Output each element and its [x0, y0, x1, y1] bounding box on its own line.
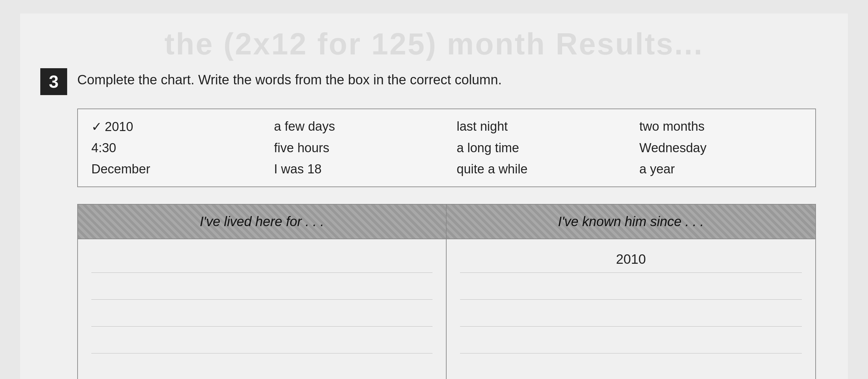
question-number: 3: [40, 68, 67, 95]
word-item-430: 4:30: [91, 141, 254, 155]
chart-col2-row-3[interactable]: [460, 300, 802, 327]
chart-col1-row-5[interactable]: [91, 353, 433, 379]
word-item-five-hours: five hours: [274, 141, 436, 155]
word-item-2010: 2010: [91, 119, 254, 134]
chart-col1: [78, 239, 446, 379]
chart-col1-row-2[interactable]: [91, 273, 433, 300]
background-text: the (2x12 for 125) month Results...: [40, 27, 828, 61]
word-item-two-months: two months: [639, 119, 802, 134]
word-item-quite-a-while: quite a while: [457, 162, 619, 176]
chart-col2-row-5[interactable]: [460, 353, 802, 379]
chart-col1-header: I've lived here for . . .: [78, 205, 446, 239]
word-item-i-was-18: I was 18: [274, 162, 436, 176]
chart-col2-row-4[interactable]: [460, 327, 802, 353]
word-box: 2010 a few days last night two months 4:…: [77, 109, 816, 187]
chart-col1-row-1[interactable]: [91, 246, 433, 273]
word-item-december: December: [91, 162, 254, 176]
chart-col1-row-3[interactable]: [91, 300, 433, 327]
page: the (2x12 for 125) month Results... 3 Co…: [20, 13, 848, 379]
chart-body: 2010: [78, 239, 815, 379]
word-item-a-long-time: a long time: [457, 141, 619, 155]
chart-col1-row-4[interactable]: [91, 327, 433, 353]
word-item-wednesday: Wednesday: [639, 141, 802, 155]
answer-chart: I've lived here for . . . I've known him…: [77, 204, 816, 379]
word-item-few-days: a few days: [274, 119, 436, 134]
chart-col2: 2010: [446, 239, 815, 379]
chart-col2-header: I've known him since . . .: [446, 205, 815, 239]
word-item-a-year: a year: [639, 162, 802, 176]
chart-col2-row-1[interactable]: 2010: [460, 246, 802, 273]
word-item-last-night: last night: [457, 119, 619, 134]
chart-header: I've lived here for . . . I've known him…: [78, 205, 815, 239]
question-header: 3 Complete the chart. Write the words fr…: [40, 68, 828, 95]
question-instruction: Complete the chart. Write the words from…: [77, 68, 502, 87]
chart-col2-row-2[interactable]: [460, 273, 802, 300]
